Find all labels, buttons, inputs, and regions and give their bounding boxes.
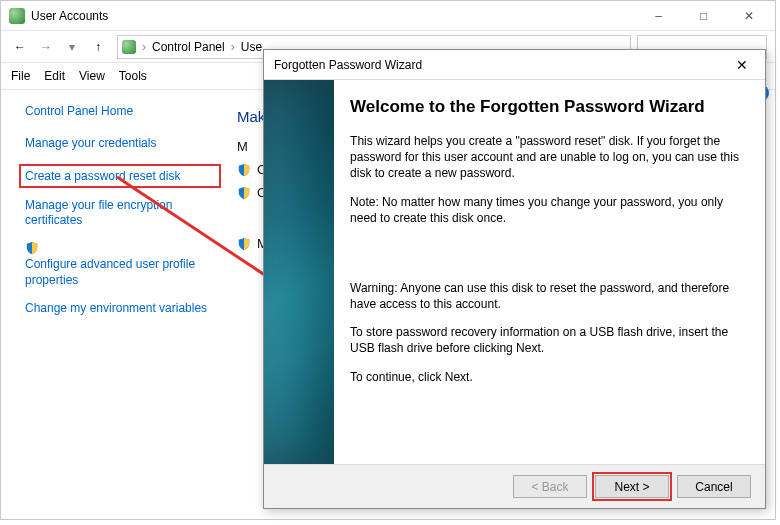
wizard-paragraph: Note: No matter how many times you chang… xyxy=(350,194,745,226)
sidebar-item-encryption[interactable]: Manage your file encryption certificates xyxy=(25,198,221,229)
sidebar-item-credentials[interactable]: Manage your credentials xyxy=(25,136,221,152)
wizard-paragraph: To store password recovery information o… xyxy=(350,324,745,356)
shield-icon xyxy=(237,186,251,200)
breadcrumb-sep: › xyxy=(229,40,237,54)
wizard-paragraph: Warning: Anyone can use this disk to res… xyxy=(350,280,745,312)
wizard-title: Forgotten Password Wizard xyxy=(274,58,422,72)
wizard-close-button[interactable]: ✕ xyxy=(725,52,759,78)
up-button[interactable]: ↑ xyxy=(85,34,111,60)
titlebar: User Accounts – □ ✕ xyxy=(1,1,775,31)
shield-icon xyxy=(237,163,251,177)
sidebar-highlight: Create a password reset disk xyxy=(19,164,221,188)
back-button: < Back xyxy=(513,475,587,498)
menu-tools[interactable]: Tools xyxy=(119,69,147,83)
menu-view[interactable]: View xyxy=(79,69,105,83)
address-icon xyxy=(122,40,136,54)
sidebar-item-env-vars[interactable]: Change my environment variables xyxy=(25,301,221,317)
menu-edit[interactable]: Edit xyxy=(44,69,65,83)
close-button[interactable]: ✕ xyxy=(726,2,771,30)
forgotten-password-wizard: Forgotten Password Wizard ✕ Welcome to t… xyxy=(263,49,766,509)
user-accounts-icon xyxy=(9,8,25,24)
wizard-body: Welcome to the Forgotten Password Wizard… xyxy=(264,80,765,464)
sidebar-item-reset-disk[interactable]: Create a password reset disk xyxy=(25,169,215,183)
wizard-titlebar: Forgotten Password Wizard ✕ xyxy=(264,50,765,80)
forward-button[interactable]: → xyxy=(33,34,59,60)
cancel-button[interactable]: Cancel xyxy=(677,475,751,498)
shield-icon xyxy=(237,237,251,251)
recent-dropdown[interactable]: ▾ xyxy=(59,34,85,60)
menu-file[interactable]: File xyxy=(11,69,30,83)
back-button[interactable]: ← xyxy=(7,34,33,60)
breadcrumb-sep: › xyxy=(140,40,148,54)
wizard-side-banner xyxy=(264,80,334,464)
maximize-button[interactable]: □ xyxy=(681,2,726,30)
window-title: User Accounts xyxy=(31,9,108,23)
breadcrumb-item[interactable]: Control Panel xyxy=(148,40,229,54)
wizard-paragraph: To continue, click Next. xyxy=(350,369,745,385)
sidebar-item-advanced-profile[interactable]: Configure advanced user profile properti… xyxy=(25,257,221,288)
shield-icon xyxy=(25,241,39,255)
control-panel-home-link[interactable]: Control Panel Home xyxy=(25,104,221,118)
minimize-button[interactable]: – xyxy=(636,2,681,30)
wizard-heading: Welcome to the Forgotten Password Wizard xyxy=(350,96,745,119)
wizard-button-row: < Back Next > Cancel xyxy=(264,464,765,508)
wizard-content: Welcome to the Forgotten Password Wizard… xyxy=(334,80,765,464)
wizard-paragraph: This wizard helps you create a "password… xyxy=(350,133,745,182)
side-panel: Control Panel Home Manage your credentia… xyxy=(1,90,231,518)
next-button[interactable]: Next > xyxy=(595,475,669,498)
option-label[interactable]: M xyxy=(237,139,248,154)
